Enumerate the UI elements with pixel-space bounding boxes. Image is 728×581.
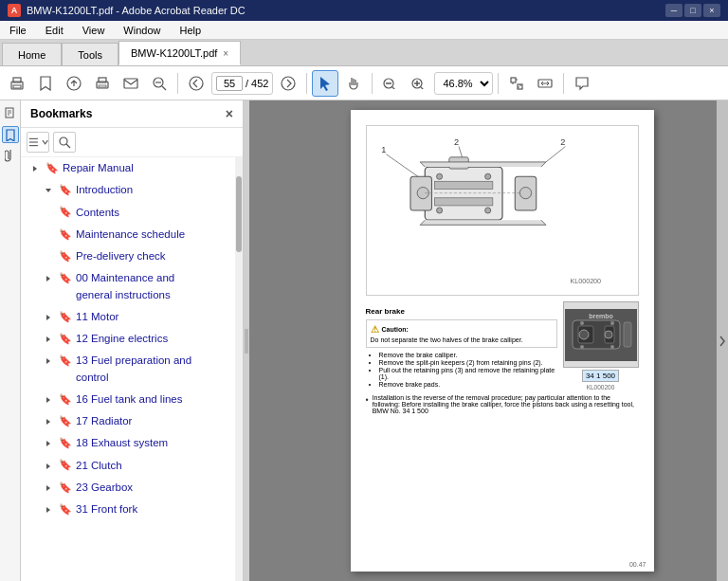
svg-rect-44 [434, 181, 492, 189]
bookmark-label-engine-electrics[interactable]: 12 Engine electrics [76, 331, 235, 347]
expand-front-fork[interactable] [42, 502, 55, 517]
minimize-button[interactable]: ─ [665, 4, 682, 17]
expand-engine-electrics[interactable] [42, 332, 55, 347]
tool-print2[interactable] [89, 70, 116, 97]
bookmark-label-maintenance-schedule[interactable]: Maintenance schedule [76, 227, 235, 243]
svg-line-9 [162, 86, 166, 90]
expand-gearbox[interactable] [42, 481, 55, 496]
bookmark-label-maintenance-general[interactable]: 00 Maintenance andgeneral instructions [76, 270, 235, 303]
tool-zoom-in[interactable] [406, 70, 432, 97]
tool-bookmark[interactable] [32, 70, 59, 97]
tool-print[interactable] [4, 70, 30, 97]
bookmark-label-fuel-prep[interactable]: 13 Fuel preparation andcontrol [76, 353, 235, 386]
bookmark-icon-fuel-prep: 🔖 [59, 353, 72, 368]
expand-radiator[interactable] [42, 414, 55, 429]
bookmark-engine-electrics[interactable]: 🔖 12 Engine electrics [21, 328, 243, 350]
tool-upload[interactable] [61, 70, 87, 97]
menu-file[interactable]: File [4, 23, 32, 38]
expand-maintenance-general[interactable] [42, 271, 55, 286]
bookmark-radiator[interactable]: 🔖 17 Radiator [21, 410, 243, 432]
bookmark-icon-fuel-tank: 🔖 [59, 391, 72, 407]
bookmark-pre-delivery[interactable]: 🔖 Pre-delivery check [21, 245, 243, 267]
expand-fuel-prep[interactable] [42, 354, 55, 369]
instruction-list: Remove the brake calliper. Remove the sp… [379, 352, 557, 388]
bookmark-icon-engine-electrics: 🔖 [59, 331, 72, 346]
tab-home[interactable]: Home [2, 43, 62, 65]
bookmark-label-fuel-tank[interactable]: 16 Fuel tank and lines [76, 391, 235, 408]
bookmark-label-gearbox[interactable]: 23 Gearbox [76, 480, 235, 496]
tool-next-page[interactable] [275, 70, 301, 97]
bookmark-label-radiator[interactable]: 17 Radiator [76, 413, 235, 429]
tab-close-button[interactable]: × [223, 48, 228, 59]
sidebar-options-button[interactable] [27, 132, 49, 153]
maximize-button[interactable]: □ [684, 4, 701, 17]
svg-line-14 [392, 87, 397, 89]
menu-edit[interactable]: Edit [40, 23, 69, 38]
bookmark-front-fork[interactable]: 🔖 31 Front fork [21, 499, 243, 520]
bookmark-repair-manual[interactable]: 🔖 Repair Manual [21, 157, 243, 179]
tab-document[interactable]: BMW-K1200LT.pdf × [118, 41, 241, 65]
bookmark-label-front-fork[interactable]: 31 Front fork [76, 501, 235, 517]
svg-rect-20 [511, 78, 516, 82]
tool-zoom-out2[interactable] [377, 70, 404, 97]
bookmark-introduction[interactable]: 🔖 Introduction [21, 179, 243, 201]
expand-motor[interactable] [42, 310, 55, 325]
caution-box: ⚠ Caution: Do not separate the two halve… [366, 319, 557, 348]
tool-comment[interactable] [569, 70, 595, 97]
expand-clutch[interactable] [42, 459, 55, 474]
tool-email[interactable] [118, 70, 144, 97]
menu-help[interactable]: Help [173, 23, 207, 38]
panel-btn-bookmarks[interactable] [2, 126, 19, 143]
zoom-select[interactable]: 46.8% [434, 72, 493, 95]
bookmark-label-repair-manual[interactable]: Repair Manual [63, 160, 235, 176]
bookmark-exhaust[interactable]: 🔖 18 Exhaust system [21, 432, 243, 454]
brake-instructions: Rear brake ⚠ Caution: Do not separate th… [366, 301, 557, 390]
tab-tools[interactable]: Tools [62, 43, 118, 65]
bookmark-icon-front-fork: 🔖 [59, 501, 72, 517]
menu-view[interactable]: View [77, 23, 111, 38]
bookmark-maintenance-general[interactable]: 🔖 00 Maintenance andgeneral instructions [21, 267, 243, 306]
bookmark-clutch[interactable]: 🔖 21 Clutch [21, 455, 243, 477]
toolbar-separator-3 [372, 73, 373, 94]
tool-zoom-out[interactable] [146, 70, 173, 97]
tool-prev-page[interactable] [183, 70, 209, 97]
panel-btn-pages[interactable] [2, 105, 19, 122]
brake-diagram: 1 2 2 [366, 125, 639, 296]
svg-rect-45 [434, 198, 492, 206]
tool-select[interactable] [312, 70, 338, 97]
bookmark-fuel-prep[interactable]: 🔖 13 Fuel preparation andcontrol [21, 350, 243, 389]
svg-text:2: 2 [453, 137, 458, 147]
brake-caliper-image: brembo [563, 301, 639, 368]
bookmark-label-contents[interactable]: Contents [76, 205, 235, 221]
expand-exhaust[interactable] [42, 436, 55, 451]
bookmark-maintenance-schedule[interactable]: 🔖 Maintenance schedule [21, 224, 243, 245]
bookmark-fuel-tank[interactable]: 🔖 16 Fuel tank and lines [21, 389, 243, 410]
page-container[interactable]: 1 2 2 [287, 100, 717, 581]
sidebar-close-button[interactable]: × [226, 106, 233, 121]
expand-repair-manual[interactable] [28, 161, 42, 176]
bookmark-motor[interactable]: 🔖 11 Motor [21, 306, 243, 328]
caution-text: Do not separate the two halves of the br… [371, 336, 553, 343]
caution-title: ⚠ Caution: [371, 324, 553, 335]
panel-btn-attachments[interactable] [2, 147, 19, 164]
tool-fit-width[interactable] [532, 70, 558, 97]
bookmark-label-pre-delivery[interactable]: Pre-delivery check [76, 248, 235, 264]
bookmark-contents[interactable]: 🔖 Contents [21, 202, 243, 224]
bookmark-label-exhaust[interactable]: 18 Exhaust system [76, 435, 235, 451]
right-scroll-handle[interactable] [717, 100, 728, 581]
close-button[interactable]: × [703, 4, 720, 17]
scrollbar-thumb[interactable] [236, 176, 242, 252]
expand-fuel-tank[interactable] [42, 392, 55, 408]
page-number-input[interactable] [216, 76, 243, 91]
page-margin-left [249, 100, 287, 581]
expand-introduction[interactable] [42, 183, 55, 198]
bookmark-label-introduction[interactable]: Introduction [76, 182, 235, 198]
tool-hand[interactable] [340, 70, 367, 97]
sidebar-search-button[interactable] [53, 132, 76, 153]
bookmark-label-motor[interactable]: 11 Motor [76, 309, 235, 325]
menu-window[interactable]: Window [118, 23, 166, 38]
bookmark-label-clutch[interactable]: 21 Clutch [76, 458, 235, 474]
sidebar-scrollbar[interactable] [235, 157, 243, 581]
tool-fit-page[interactable] [503, 70, 530, 97]
bookmark-gearbox[interactable]: 🔖 23 Gearbox [21, 477, 243, 499]
